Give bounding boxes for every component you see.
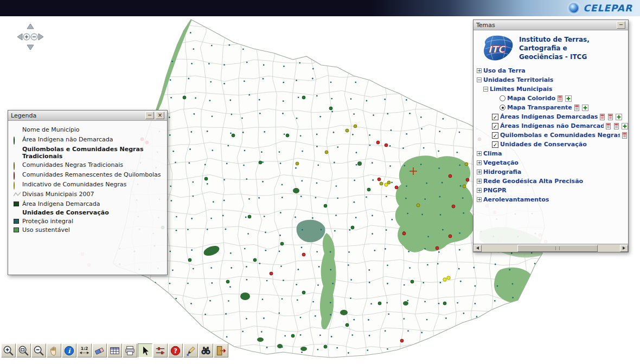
identify-button[interactable]: i bbox=[62, 343, 76, 358]
erase-button[interactable] bbox=[92, 343, 107, 358]
expand-icon[interactable]: + bbox=[477, 170, 482, 174]
tree-item[interactable]: +Aerolevantamentos bbox=[473, 195, 628, 204]
exit-button[interactable] bbox=[214, 343, 228, 358]
tree-item[interactable]: +Uso da Terra bbox=[473, 66, 628, 75]
help-button[interactable]: ? bbox=[168, 343, 183, 358]
legend-label: Área Indígena Demarcada bbox=[22, 200, 163, 207]
attribute-table-button[interactable] bbox=[107, 343, 122, 358]
metadata-icon[interactable] bbox=[613, 123, 620, 129]
pan-down-button[interactable] bbox=[27, 45, 34, 50]
tree-item[interactable]: +Vegetação bbox=[473, 158, 628, 167]
tree-label[interactable]: Unidades Territoriais bbox=[483, 76, 553, 83]
tree-item[interactable]: +PNGPR bbox=[473, 186, 628, 195]
tree-label[interactable]: Áreas Indígenas Demarcadas bbox=[500, 113, 598, 120]
metadata-icon[interactable] bbox=[599, 114, 606, 120]
expand-icon[interactable]: + bbox=[477, 151, 482, 156]
zoom-window-button[interactable] bbox=[16, 343, 31, 358]
tree-item[interactable]: ✓Áreas Indígenas não Demarcadas bbox=[473, 121, 628, 131]
expand-icon[interactable]: + bbox=[477, 68, 482, 73]
tree-item[interactable]: ✓Unidades de Conservação bbox=[473, 140, 628, 149]
metadata-icon[interactable] bbox=[622, 132, 628, 139]
legend-title: Legenda bbox=[11, 112, 144, 119]
tree-label[interactable]: Unidades de Conservação bbox=[500, 141, 587, 148]
scrollbar-track[interactable] bbox=[482, 245, 620, 252]
collapse-icon[interactable]: − bbox=[477, 77, 482, 82]
legend-item: Área Indígena Demarcada bbox=[14, 199, 163, 208]
tree-label[interactable]: Uso da Terra bbox=[483, 67, 526, 74]
svg-text:ITC: ITC bbox=[488, 44, 506, 55]
tree-item[interactable]: Mapa Transparente bbox=[473, 103, 628, 112]
expand-icon[interactable]: + bbox=[477, 197, 482, 202]
horizontal-scrollbar[interactable] bbox=[473, 244, 628, 252]
coordinate-readout: E: 829079.44 N: 7184632.21 bbox=[0, 0, 47, 37]
tree-item[interactable]: +Clima bbox=[473, 149, 628, 158]
tree-label[interactable]: Clima bbox=[483, 150, 502, 157]
tree-label[interactable]: Rede Geodésica Alta Precisão bbox=[483, 178, 583, 185]
tree-item[interactable]: −Unidades Territoriais bbox=[473, 75, 628, 84]
minimize-button[interactable]: − bbox=[145, 112, 154, 119]
collapse-icon[interactable]: − bbox=[483, 87, 488, 92]
tree-item[interactable]: +Hidrografia bbox=[473, 167, 628, 177]
tree-label[interactable]: Áreas Indígenas não Demarcadas bbox=[500, 122, 604, 129]
legend-dot-icon bbox=[14, 172, 22, 179]
metadata-icon[interactable] bbox=[557, 95, 564, 102]
tree-label[interactable]: PNGPR bbox=[483, 187, 507, 194]
scrollbar-thumb[interactable] bbox=[517, 245, 598, 252]
measure-button[interactable] bbox=[153, 343, 168, 358]
scroll-left-button[interactable] bbox=[473, 245, 482, 252]
legend-item: Área Indígena não Demarcada bbox=[14, 135, 163, 145]
add-layer-icon[interactable] bbox=[616, 114, 622, 120]
expand-icon[interactable]: + bbox=[477, 179, 482, 184]
metadata-icon[interactable] bbox=[605, 123, 612, 129]
tree-label[interactable]: Mapa Transparente bbox=[507, 104, 572, 111]
easting-value: E: 829079.44 bbox=[3, 0, 43, 1]
zoom-in-icon bbox=[2, 344, 15, 357]
scale-button[interactable]: 1:2 bbox=[77, 343, 92, 358]
select-button[interactable] bbox=[138, 343, 152, 358]
zoom-in-button[interactable] bbox=[1, 343, 16, 358]
tree-label[interactable]: Vegetação bbox=[483, 159, 519, 166]
expand-icon[interactable]: + bbox=[477, 160, 482, 165]
tree-item[interactable]: −Limites Municipais bbox=[473, 84, 628, 94]
hand-icon bbox=[48, 344, 60, 357]
pan-button[interactable] bbox=[47, 343, 61, 358]
close-button[interactable]: × bbox=[156, 112, 164, 119]
zoom-out-button[interactable] bbox=[31, 343, 46, 358]
scroll-right-button[interactable] bbox=[620, 245, 628, 252]
layer-radio[interactable] bbox=[500, 95, 505, 101]
add-layer-icon[interactable] bbox=[565, 95, 572, 102]
layer-checkbox[interactable]: ✓ bbox=[492, 141, 498, 148]
tree-label[interactable]: Hidrografia bbox=[483, 168, 521, 176]
tree-label[interactable]: Mapa Colorido bbox=[507, 95, 555, 102]
scrollbar-grip-icon bbox=[555, 246, 560, 250]
layer-checkbox[interactable]: ✓ bbox=[492, 132, 498, 139]
print-button[interactable] bbox=[123, 343, 137, 358]
tree-item[interactable]: ✓Quilombolas e Comunidades Negras Tradic… bbox=[473, 131, 628, 140]
tree-label[interactable]: Quilombolas e Comunidades Negras Tradici… bbox=[500, 132, 620, 139]
legend-list: Nome de MunicípioÁrea Indígena não Demar… bbox=[8, 121, 167, 234]
expand-icon[interactable]: + bbox=[477, 188, 482, 193]
draw-button[interactable] bbox=[183, 343, 198, 358]
legend-titlebar[interactable]: Legenda − × bbox=[8, 110, 167, 121]
zoom-out-icon bbox=[33, 344, 45, 357]
legend-dot-icon bbox=[14, 127, 22, 134]
metadata-icon[interactable] bbox=[607, 114, 614, 120]
tree-item[interactable]: Mapa Colorido bbox=[473, 94, 628, 103]
layer-checkbox[interactable]: ✓ bbox=[492, 114, 498, 120]
metadata-icon[interactable] bbox=[574, 105, 580, 111]
themes-titlebar[interactable]: Temas − bbox=[473, 20, 628, 30]
tree-item[interactable]: +Rede Geodésica Alta Precisão bbox=[473, 177, 628, 186]
legend-label: Uso sustentável bbox=[22, 226, 163, 233]
layer-radio[interactable] bbox=[500, 105, 505, 110]
layer-tree: +Uso da Terra−Unidades Territoriais−Limi… bbox=[473, 66, 628, 204]
add-layer-icon[interactable] bbox=[622, 123, 628, 129]
tree-label[interactable]: Aerolevantamentos bbox=[483, 196, 549, 203]
northing-value: N: 7184632.21 bbox=[3, 15, 43, 22]
add-layer-icon[interactable] bbox=[582, 105, 588, 111]
tree-label[interactable]: Limites Municipais bbox=[490, 86, 552, 93]
legend-window: Legenda − × Nome de MunicípioÁrea Indíge… bbox=[8, 110, 168, 275]
tree-item[interactable]: ✓Áreas Indígenas Demarcadas bbox=[473, 112, 628, 121]
layer-checkbox[interactable]: ✓ bbox=[492, 123, 498, 129]
search-button[interactable] bbox=[199, 343, 213, 358]
minimize-button[interactable]: − bbox=[617, 21, 625, 29]
